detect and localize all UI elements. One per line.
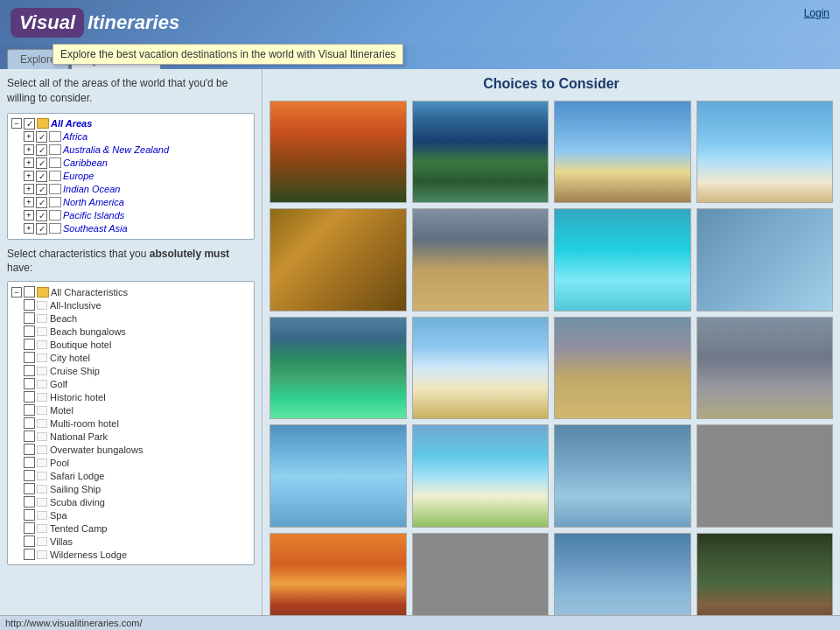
anz-checkbox[interactable] — [36, 144, 47, 156]
char-scuba-diving[interactable]: Scuba diving — [11, 495, 250, 508]
image-cell-1[interactable] — [412, 101, 550, 203]
image-cell-4[interactable] — [270, 208, 407, 311]
pacific-islands-checkbox[interactable] — [36, 210, 47, 221]
north-america-checkbox[interactable] — [36, 197, 47, 208]
europe-toggle[interactable]: + — [24, 171, 34, 181]
char-beach[interactable]: Beach — [11, 312, 250, 325]
area-item-north-america[interactable]: + North America — [11, 196, 250, 209]
char-cruise-ship-cb[interactable] — [24, 365, 35, 376]
char-all-inclusive-cb[interactable] — [24, 299, 35, 311]
char-spa-cb[interactable] — [24, 509, 35, 521]
char-beach-label[interactable]: Beach — [50, 313, 77, 324]
indian-ocean-label[interactable]: Indian Ocean — [63, 184, 120, 194]
char-spa-label[interactable]: Spa — [50, 510, 67, 521]
char-spa[interactable]: Spa — [11, 508, 250, 522]
char-scuba-diving-label[interactable]: Scuba diving — [50, 497, 105, 508]
char-wilderness-lodge-cb[interactable] — [24, 549, 35, 560]
char-national-park-cb[interactable] — [24, 430, 35, 442]
char-city-hotel[interactable]: City hotel — [11, 351, 250, 364]
login-link[interactable]: Login — [804, 7, 830, 19]
africa-label[interactable]: Africa — [63, 131, 88, 142]
southeast-asia-label[interactable]: Southeast Asia — [63, 223, 128, 234]
pacific-islands-toggle[interactable]: + — [24, 210, 34, 220]
southeast-asia-toggle[interactable]: + — [24, 223, 34, 234]
all-char-checkbox[interactable] — [24, 286, 35, 298]
all-char-label[interactable]: All Characteristics — [51, 287, 128, 298]
caribbean-toggle[interactable]: + — [24, 158, 34, 168]
image-cell-7[interactable] — [696, 208, 834, 311]
char-pool-cb[interactable] — [24, 457, 35, 468]
pacific-islands-label[interactable]: Pacific Islands — [63, 210, 124, 220]
image-cell-3[interactable] — [696, 101, 834, 203]
char-overwater-bungalows[interactable]: Overwater bungalows — [11, 443, 250, 456]
char-historic-hotel[interactable]: Historic hotel — [11, 390, 250, 403]
char-motel[interactable]: Motel — [11, 403, 250, 416]
char-multi-room-hotel[interactable]: Multi-room hotel — [11, 416, 250, 430]
southeast-asia-checkbox[interactable] — [36, 223, 47, 234]
char-historic-hotel-cb[interactable] — [24, 391, 35, 402]
char-safari-lodge-label[interactable]: Safari Lodge — [50, 471, 104, 481]
europe-label[interactable]: Europe — [63, 171, 94, 181]
char-motel-cb[interactable] — [24, 404, 35, 416]
char-villas-label[interactable]: Villas — [50, 536, 73, 547]
char-boutique-hotel[interactable]: Boutique hotel — [11, 338, 250, 351]
char-safari-lodge[interactable]: Safari Lodge — [11, 469, 250, 482]
char-cruise-ship[interactable]: Cruise Ship — [11, 364, 250, 377]
characteristics-root[interactable]: − All Characteristics — [11, 285, 250, 298]
north-america-label[interactable]: North America — [63, 197, 124, 207]
image-cell-8[interactable] — [270, 317, 407, 419]
area-item-africa[interactable]: + Africa — [11, 130, 250, 144]
char-beach-bungalows-label[interactable]: Beach bungalows — [50, 326, 126, 337]
char-sailing-ship[interactable]: Sailing Ship — [11, 482, 250, 495]
image-cell-10[interactable] — [554, 317, 691, 419]
area-item-pacific-islands[interactable]: + Pacific Islands — [11, 209, 250, 222]
image-cell-12[interactable] — [270, 424, 407, 527]
char-all-inclusive-label[interactable]: All-Inclusive — [50, 300, 102, 311]
char-cruise-ship-label[interactable]: Cruise Ship — [50, 366, 100, 376]
image-cell-16[interactable] — [270, 533, 407, 616]
char-historic-hotel-label[interactable]: Historic hotel — [50, 392, 106, 402]
all-areas-label[interactable]: All Areas — [51, 118, 92, 129]
image-cell-15[interactable] — [696, 424, 834, 527]
char-overwater-bungalows-cb[interactable] — [24, 444, 35, 455]
char-tented-camp-cb[interactable] — [24, 522, 35, 534]
char-motel-label[interactable]: Motel — [50, 405, 74, 416]
image-cell-13[interactable] — [412, 424, 550, 527]
char-sailing-ship-cb[interactable] — [24, 483, 35, 494]
char-beach-cb[interactable] — [24, 312, 35, 324]
char-wilderness-lodge-label[interactable]: Wilderness Lodge — [50, 550, 127, 560]
africa-toggle[interactable]: + — [24, 131, 34, 142]
image-cell-11[interactable] — [696, 317, 834, 419]
char-root-toggle[interactable]: − — [11, 287, 22, 298]
char-golf-cb[interactable] — [24, 378, 35, 389]
caribbean-checkbox[interactable] — [36, 158, 47, 169]
char-national-park-label[interactable]: National Park — [50, 431, 108, 442]
char-pool-label[interactable]: Pool — [50, 458, 69, 468]
image-cell-2[interactable] — [554, 101, 691, 203]
africa-checkbox[interactable] — [36, 131, 47, 143]
area-item-caribbean[interactable]: + Caribbean — [11, 157, 250, 170]
char-city-hotel-label[interactable]: City hotel — [50, 353, 90, 363]
areas-toggle[interactable]: − — [11, 118, 22, 129]
char-safari-lodge-cb[interactable] — [24, 470, 35, 481]
char-scuba-diving-cb[interactable] — [24, 496, 35, 508]
char-tented-camp-label[interactable]: Tented Camp — [50, 523, 107, 534]
char-boutique-hotel-cb[interactable] — [24, 339, 35, 350]
char-city-hotel-cb[interactable] — [24, 352, 35, 363]
char-beach-bungalows-cb[interactable] — [24, 326, 35, 337]
image-cell-9[interactable] — [412, 317, 550, 419]
char-multi-room-hotel-cb[interactable] — [24, 417, 35, 429]
anz-label[interactable]: Australia & New Zealand — [63, 144, 169, 155]
char-villas[interactable]: Villas — [11, 535, 250, 548]
char-boutique-hotel-label[interactable]: Boutique hotel — [50, 340, 111, 350]
char-golf[interactable]: Golf — [11, 377, 250, 390]
image-cell-5[interactable] — [412, 208, 550, 311]
char-villas-cb[interactable] — [24, 536, 35, 547]
image-cell-18[interactable] — [554, 533, 691, 616]
area-item-southeast-asia[interactable]: + Southeast Asia — [11, 222, 250, 235]
anz-toggle[interactable]: + — [24, 144, 34, 155]
image-cell-17[interactable] — [412, 533, 550, 616]
indian-ocean-checkbox[interactable] — [36, 184, 47, 195]
image-cell-19[interactable] — [696, 533, 834, 616]
image-cell-6[interactable] — [554, 208, 691, 311]
